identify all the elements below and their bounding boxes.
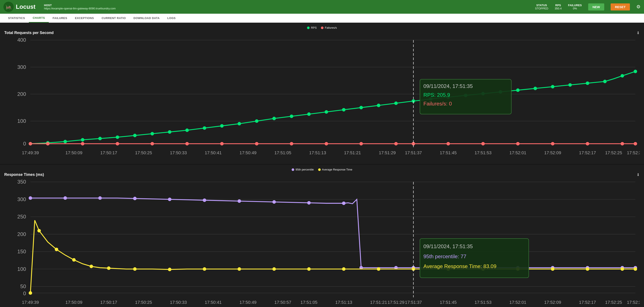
new-button[interactable]: NEW xyxy=(588,4,604,11)
svg-text:17:50:49: 17:50:49 xyxy=(240,300,256,305)
rps-download-icon[interactable]: ⬇ xyxy=(636,31,640,35)
nav-logs[interactable]: LOGS xyxy=(164,14,180,23)
svg-point-59 xyxy=(446,142,450,145)
nav-charts[interactable]: CHARTS xyxy=(29,14,49,23)
rps-label: RPS xyxy=(555,4,561,7)
response-chart-svg: 350 300 250 200 150 100 50 0 xyxy=(4,178,640,307)
svg-text:17:51:21: 17:51:21 xyxy=(344,150,361,155)
svg-text:17:51:29: 17:51:29 xyxy=(388,300,404,305)
nav-exceptions[interactable]: EXCEPTIONS xyxy=(71,14,98,23)
status-value: STOPPED xyxy=(535,7,548,10)
svg-point-108 xyxy=(98,196,102,200)
svg-point-40 xyxy=(551,85,554,88)
svg-text:17:52:25: 17:52:25 xyxy=(605,150,622,155)
svg-text:17:51:13: 17:51:13 xyxy=(309,150,326,155)
svg-text:0: 0 xyxy=(23,290,26,296)
svg-text:17:51:29: 17:51:29 xyxy=(379,150,396,155)
avg-dot xyxy=(318,168,321,171)
svg-point-20 xyxy=(203,126,206,130)
svg-point-29 xyxy=(360,106,363,109)
svg-point-136 xyxy=(272,267,276,271)
svg-point-27 xyxy=(324,110,328,114)
svg-point-107 xyxy=(64,196,67,200)
svg-text:17:50:57: 17:50:57 xyxy=(274,300,291,305)
svg-text:400: 400 xyxy=(17,37,26,43)
svg-point-50 xyxy=(150,142,154,145)
svg-point-135 xyxy=(238,267,241,271)
rps-chart-section: RPS Failures/s Total Requests per Second… xyxy=(0,23,644,165)
svg-text:09/11/2024, 17:51:35: 09/11/2024, 17:51:35 xyxy=(423,243,473,249)
svg-text:17:51:37: 17:51:37 xyxy=(405,300,422,305)
response-chart-section: 95th percentile Average Response Time Re… xyxy=(0,165,644,307)
nav-download-data[interactable]: DOWNLOAD DATA xyxy=(130,14,163,23)
svg-text:17:51:05: 17:51:05 xyxy=(300,300,317,305)
svg-text:17:52:25: 17:52:25 xyxy=(605,300,622,305)
svg-text:350: 350 xyxy=(17,179,26,185)
svg-point-57 xyxy=(394,142,398,145)
svg-point-115 xyxy=(342,201,346,205)
svg-point-133 xyxy=(168,268,171,271)
svg-text:17:50:09: 17:50:09 xyxy=(66,150,82,155)
svg-text:0: 0 xyxy=(23,141,26,147)
svg-point-114 xyxy=(307,201,311,204)
svg-text:09/11/2024, 17:51:35: 09/11/2024, 17:51:35 xyxy=(423,83,473,89)
svg-point-63 xyxy=(586,142,589,145)
svg-point-41 xyxy=(568,83,572,87)
svg-point-56 xyxy=(360,142,363,145)
svg-text:200: 200 xyxy=(17,91,26,97)
response-legend: 95th percentile Average Response Time xyxy=(292,168,352,171)
settings-icon[interactable]: ⚙ xyxy=(636,4,640,10)
rps-legend: RPS Failures/s xyxy=(307,26,337,29)
svg-point-17 xyxy=(150,132,154,135)
svg-text:17:51:13: 17:51:13 xyxy=(335,300,352,305)
svg-point-65 xyxy=(634,142,637,145)
svg-text:17:50:25: 17:50:25 xyxy=(135,150,152,155)
rps-dot xyxy=(307,27,310,29)
svg-text:300: 300 xyxy=(17,64,26,70)
svg-point-127 xyxy=(38,229,41,232)
svg-point-128 xyxy=(55,248,58,251)
reset-button[interactable]: RESET xyxy=(611,4,630,11)
svg-point-45 xyxy=(634,70,637,73)
svg-text:Average Response Time: 83.09: Average Response Time: 83.09 xyxy=(423,263,496,269)
response-download-icon[interactable]: ⬇ xyxy=(636,172,640,177)
svg-text:200: 200 xyxy=(17,231,26,237)
svg-point-13 xyxy=(81,138,84,141)
nav-statistics[interactable]: STATISTICS xyxy=(4,14,29,23)
svg-point-132 xyxy=(133,267,137,271)
svg-text:17:50:25: 17:50:25 xyxy=(135,300,152,305)
svg-text:17:50:49: 17:50:49 xyxy=(240,150,256,155)
p95-legend-label: 95th percentile xyxy=(296,168,314,171)
rps-chart-svg: 400 300 200 100 0 xyxy=(4,36,640,162)
svg-point-14 xyxy=(98,137,102,140)
svg-point-106 xyxy=(29,196,32,200)
status-block: STATUS STOPPED xyxy=(535,4,548,10)
svg-text:50: 50 xyxy=(20,283,26,289)
host-info: HOST https://example-openai-llm-gateway-… xyxy=(44,4,116,10)
response-chart-wrapper: 350 300 250 200 150 100 50 0 xyxy=(4,178,640,307)
svg-point-134 xyxy=(203,267,206,271)
nav-current-ratio[interactable]: CURRENT RATIO xyxy=(98,14,130,23)
svg-text:17:50:41: 17:50:41 xyxy=(204,150,222,155)
svg-text:150: 150 xyxy=(17,249,26,255)
svg-text:17:51:53: 17:51:53 xyxy=(475,300,492,305)
avg-legend-label: Average Response Time xyxy=(322,168,352,171)
svg-point-138 xyxy=(342,267,346,271)
rps-legend-rps-label: RPS xyxy=(311,26,317,29)
svg-text:300: 300 xyxy=(17,196,26,202)
nav-failures[interactable]: FAILURES xyxy=(49,14,71,23)
svg-point-144 xyxy=(551,267,554,271)
svg-text:17:51:37: 17:51:37 xyxy=(405,150,422,155)
svg-text:17:51:53: 17:51:53 xyxy=(475,150,492,155)
charts-container: RPS Failures/s Total Requests per Second… xyxy=(0,23,644,307)
svg-point-48 xyxy=(81,142,84,145)
svg-point-131 xyxy=(107,266,110,270)
svg-text:17:52:09: 17:52:09 xyxy=(544,300,561,305)
svg-text:17:52:17: 17:52:17 xyxy=(579,300,596,305)
svg-point-38 xyxy=(516,88,520,92)
rps-legend-fail-label: Failures/s xyxy=(325,26,337,29)
svg-text:17:50:33: 17:50:33 xyxy=(170,150,187,155)
svg-text:17:49:39: 17:49:39 xyxy=(22,150,39,155)
svg-text:250: 250 xyxy=(17,214,26,220)
svg-text:17:50:41: 17:50:41 xyxy=(205,300,222,305)
